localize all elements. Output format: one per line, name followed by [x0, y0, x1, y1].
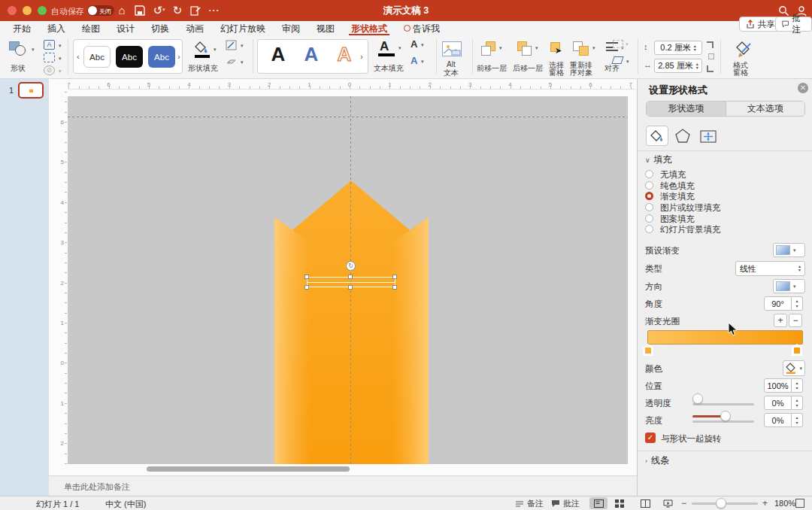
spinner-icon[interactable]: ▴▾: [696, 62, 698, 70]
radio-icon[interactable]: [645, 170, 653, 178]
shape-fill-icon[interactable]: [194, 41, 209, 53]
slide-thumbnail[interactable]: [18, 82, 44, 99]
slider-handle[interactable]: [692, 393, 703, 404]
menu-tab[interactable]: 视图: [308, 21, 343, 35]
zoom-out-button[interactable]: −: [681, 498, 686, 508]
selection-handle[interactable]: [304, 275, 309, 279]
slider-handle[interactable]: [720, 411, 731, 421]
menu-tab[interactable]: 告诉我: [395, 21, 448, 35]
selection-pane-button[interactable]: 窗格: [549, 68, 564, 78]
spinner-icon[interactable]: ▴▾: [792, 396, 803, 410]
brightness-spinner[interactable]: 0% ▴▾: [764, 413, 803, 427]
radio-icon[interactable]: [645, 203, 653, 211]
edit-shape-caret-icon[interactable]: ▾: [59, 56, 62, 62]
zoom-in-button[interactable]: +: [762, 498, 768, 508]
send-backward-button[interactable]: 后移一层: [513, 63, 543, 74]
gradient-bar[interactable]: [647, 330, 803, 345]
gradient-stop-handle-left[interactable]: [643, 344, 653, 356]
edit-shape-button[interactable]: [44, 53, 55, 62]
text-effects-button[interactable]: A: [411, 55, 417, 66]
angle-spinner[interactable]: 90° ▴▾: [764, 296, 803, 311]
zoom-level[interactable]: 180%: [774, 499, 795, 508]
shapes-caret-icon[interactable]: ▾: [32, 47, 35, 53]
slideshow-view-button[interactable]: [659, 497, 677, 509]
transparency-slider[interactable]: [692, 398, 754, 410]
text-effects-caret-icon[interactable]: ▾: [421, 59, 424, 65]
menu-tab[interactable]: 动画: [177, 21, 212, 35]
shape-style-option-2[interactable]: Abc: [116, 46, 143, 68]
selection-handle[interactable]: [348, 275, 353, 279]
preset-gradient-dropdown[interactable]: ▾: [773, 243, 805, 257]
panel-tab[interactable]: 文本选项: [726, 102, 805, 116]
panel-close-icon[interactable]: ✕: [798, 83, 808, 93]
panel-tab[interactable]: 形状选项: [647, 102, 726, 116]
lock-aspect-checkbox[interactable]: [708, 53, 714, 59]
send-backward-caret-icon[interactable]: ▾: [535, 45, 538, 51]
shape-width-input[interactable]: 2.85 厘米 ▴▾: [654, 59, 702, 73]
alt-text-icon[interactable]: [442, 41, 462, 56]
normal-view-button[interactable]: [589, 497, 607, 509]
notes-toggle-button[interactable]: 备注: [515, 498, 544, 509]
bring-forward-button[interactable]: 前移一层: [477, 63, 507, 74]
bring-forward-caret-icon[interactable]: ▾: [499, 45, 502, 51]
gradient-stop-handle-right[interactable]: [792, 344, 802, 356]
add-stop-button[interactable]: +: [774, 314, 787, 327]
rotation-handle[interactable]: ↻: [346, 261, 356, 271]
format-pane-icon[interactable]: [735, 41, 755, 59]
shape-height-input[interactable]: 0.2 厘米 ▴▾: [654, 41, 702, 55]
shape-effects-caret-icon[interactable]: ▾: [241, 59, 244, 65]
menu-tab[interactable]: 绘图: [74, 21, 108, 35]
spinner-icon[interactable]: ▴▾: [792, 378, 803, 393]
line-section-header[interactable]: ›线条: [645, 454, 669, 467]
shape-effects-button[interactable]: [226, 56, 237, 67]
window-minimize-button[interactable]: [23, 6, 32, 15]
menu-tab[interactable]: 幻灯片放映: [212, 21, 274, 35]
menu-tab[interactable]: 切换: [143, 21, 177, 35]
spinner-icon[interactable]: ▴▾: [694, 44, 696, 52]
save-as-icon[interactable]: [188, 3, 203, 16]
comments-button[interactable]: 批注: [775, 17, 812, 32]
rotate-with-shape-checkbox[interactable]: ✓: [645, 433, 656, 443]
redo-icon[interactable]: ↻: [170, 3, 185, 18]
shape-outline-caret-icon[interactable]: ▾: [241, 43, 244, 49]
search-icon[interactable]: [776, 4, 791, 17]
text-fill-icon[interactable]: A: [380, 39, 389, 54]
gallery-prev-icon[interactable]: ‹: [77, 52, 80, 61]
radio-icon[interactable]: [645, 181, 653, 190]
window-close-button[interactable]: [8, 6, 17, 15]
reading-view-button[interactable]: [636, 497, 654, 509]
rotate-caret-icon[interactable]: ▾: [626, 59, 629, 65]
align-button[interactable]: 对齐: [604, 63, 620, 74]
slide-canvas[interactable]: ↻: [68, 96, 628, 464]
selection-handle[interactable]: [392, 285, 397, 290]
slide-sorter-view-button[interactable]: [611, 497, 629, 509]
menu-tab[interactable]: 开始: [5, 21, 39, 35]
alt-text-button[interactable]: 文本: [444, 68, 459, 78]
home-icon[interactable]: ⌂: [114, 3, 129, 18]
spinner-icon[interactable]: ▴▾: [792, 413, 803, 427]
tab-size-properties[interactable]: [697, 126, 720, 146]
shape-outline-button[interactable]: [226, 40, 237, 50]
selection-handle[interactable]: [348, 285, 353, 290]
text-outline-button[interactable]: A: [411, 38, 417, 50]
tab-effects[interactable]: [671, 126, 694, 146]
menu-tab[interactable]: 插入: [39, 21, 74, 35]
language-indicator[interactable]: 中文 (中国): [105, 499, 146, 510]
notes-pane[interactable]: 单击此处添加备注: [49, 475, 637, 496]
selection-handle[interactable]: [304, 285, 309, 290]
gallery-next-icon[interactable]: ›: [177, 52, 180, 61]
gradient-type-dropdown[interactable]: 线性 ▴▾: [735, 261, 805, 276]
undo-caret-icon[interactable]: ▾: [162, 7, 165, 13]
brightness-slider[interactable]: [692, 415, 754, 427]
format-pane-button[interactable]: 窗格: [733, 68, 748, 78]
selection-handle[interactable]: [392, 275, 397, 279]
zoom-slider[interactable]: [692, 498, 758, 508]
wordart-option-3[interactable]: A: [330, 43, 359, 66]
transparency-spinner[interactable]: 0% ▴▾: [764, 396, 803, 410]
gallery-next-icon[interactable]: ›: [360, 52, 363, 61]
position-spinner[interactable]: 100% ▴▾: [764, 378, 803, 393]
save-icon[interactable]: [132, 3, 147, 16]
horizontal-scrollbar[interactable]: [147, 466, 350, 472]
text-box-button[interactable]: A: [44, 40, 55, 50]
window-zoom-button[interactable]: [38, 6, 47, 15]
